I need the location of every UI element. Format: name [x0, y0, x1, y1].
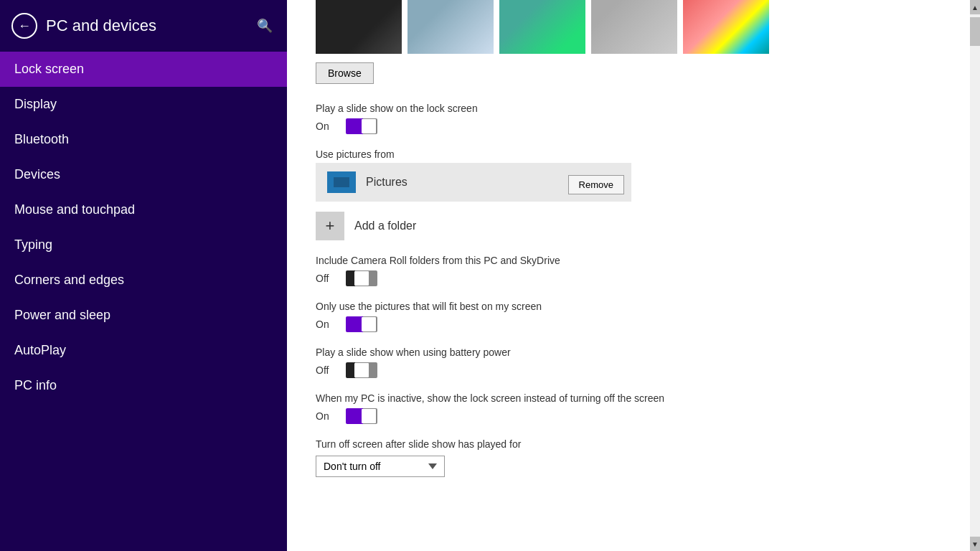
battery-slideshow-toggle-row: Off: [316, 362, 941, 378]
thumbnail-2[interactable]: [407, 0, 494, 54]
sidebar-item-autoplay[interactable]: AutoPlay: [0, 333, 287, 368]
thumbnail-4[interactable]: [591, 0, 677, 54]
camera-roll-toggle-knob: [354, 271, 369, 286]
battery-slideshow-description: Play a slide show when using battery pow…: [316, 347, 941, 358]
battery-slideshow-toggle[interactable]: [346, 362, 377, 378]
images-row: [316, 0, 941, 54]
battery-slideshow-state-label: Off: [316, 364, 336, 376]
back-button[interactable]: ←: [11, 13, 37, 39]
camera-roll-toggle-row: Off: [316, 270, 941, 286]
use-pictures-section: Use pictures from Pictures Remove + Add …: [316, 149, 941, 240]
pictures-folder-label: Pictures: [366, 176, 407, 189]
camera-roll-state-label: Off: [316, 273, 336, 284]
thumbnails-section: Browse: [316, 0, 941, 95]
sidebar-item-typing[interactable]: Typing: [0, 227, 287, 263]
sidebar-item-bluetooth[interactable]: Bluetooth: [0, 122, 287, 157]
fit-pictures-state-label: On: [316, 319, 336, 330]
slideshow-description: Play a slide show on the lock screen: [316, 103, 941, 114]
use-pictures-label: Use pictures from: [316, 149, 941, 160]
fit-pictures-toggle[interactable]: [346, 316, 377, 332]
slideshow-state-label: On: [316, 121, 336, 132]
sidebar-header: ← PC and devices 🔍: [0, 0, 287, 52]
thumbnail-3[interactable]: [499, 0, 585, 54]
inactive-section: When my PC is inactive, show the lock sc…: [316, 392, 941, 424]
add-folder-row[interactable]: + Add a folder: [316, 212, 941, 240]
fit-pictures-description: Only use the pictures that will fit best…: [316, 301, 941, 312]
inactive-state-label: On: [316, 410, 336, 422]
turnoff-select[interactable]: Don't turn off 5 minutes 10 minutes 15 m…: [316, 456, 445, 477]
turnoff-dropdown-row: Don't turn off 5 minutes 10 minutes 15 m…: [316, 456, 941, 477]
sidebar-item-mouse-touchpad[interactable]: Mouse and touchpad: [0, 192, 287, 227]
scroll-track: [970, 14, 980, 537]
turnoff-description: Turn off screen after slide show has pla…: [316, 438, 941, 450]
slideshow-toggle-knob: [362, 119, 376, 133]
scroll-down-button[interactable]: ▼: [970, 537, 980, 551]
remove-button[interactable]: Remove: [568, 175, 624, 194]
pictures-folder-icon: [327, 171, 356, 193]
fit-pictures-toggle-row: On: [316, 316, 941, 332]
pictures-box: Pictures Remove: [316, 163, 631, 202]
fit-pictures-section: Only use the pictures that will fit best…: [316, 301, 941, 332]
battery-slideshow-section: Play a slide show when using battery pow…: [316, 347, 941, 378]
plus-icon: +: [316, 212, 344, 240]
scrollbar: ▲ ▼: [970, 0, 980, 551]
main-content: Browse Play a slide show on the lock scr…: [287, 0, 970, 551]
inactive-toggle-knob: [362, 409, 376, 423]
back-icon: ←: [18, 19, 31, 34]
sidebar-item-pc-info[interactable]: PC info: [0, 368, 287, 403]
scroll-thumb[interactable]: [970, 17, 980, 46]
sidebar-item-devices[interactable]: Devices: [0, 157, 287, 192]
inactive-toggle-row: On: [316, 408, 941, 424]
sidebar-item-display[interactable]: Display: [0, 87, 287, 122]
search-icon: 🔍: [257, 19, 273, 33]
search-button[interactable]: 🔍: [254, 15, 275, 37]
camera-roll-toggle[interactable]: [346, 270, 377, 286]
camera-roll-section: Include Camera Roll folders from this PC…: [316, 255, 941, 286]
sidebar-title: PC and devices: [46, 17, 156, 35]
inactive-toggle[interactable]: [346, 408, 377, 424]
sidebar-item-power-sleep[interactable]: Power and sleep: [0, 298, 287, 333]
battery-slideshow-toggle-knob: [354, 363, 369, 377]
thumbnail-5[interactable]: [683, 0, 769, 54]
scroll-up-button[interactable]: ▲: [970, 0, 980, 14]
sidebar-item-lock-screen[interactable]: Lock screen: [0, 52, 287, 87]
turnoff-section: Turn off screen after slide show has pla…: [316, 438, 941, 477]
add-folder-text: Add a folder: [354, 220, 416, 232]
browse-button[interactable]: Browse: [316, 62, 374, 84]
slideshow-section: Play a slide show on the lock screen On: [316, 103, 941, 134]
sidebar: ← PC and devices 🔍 Lock screen Display B…: [0, 0, 287, 551]
sidebar-item-corners-edges[interactable]: Corners and edges: [0, 263, 287, 298]
fit-pictures-toggle-knob: [362, 317, 376, 331]
thumbnail-1[interactable]: [316, 0, 402, 54]
camera-roll-description: Include Camera Roll folders from this PC…: [316, 255, 941, 266]
inactive-description: When my PC is inactive, show the lock sc…: [316, 392, 941, 404]
slideshow-toggle-row: On: [316, 118, 941, 134]
slideshow-toggle[interactable]: [346, 118, 377, 134]
